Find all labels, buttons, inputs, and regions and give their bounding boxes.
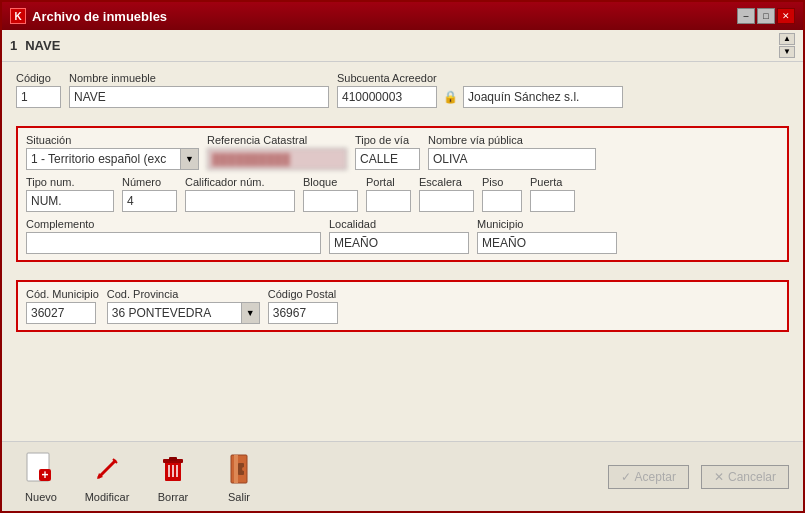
bloque-input[interactable] — [303, 190, 358, 212]
field-numero: Número — [122, 176, 177, 212]
toolbar-right: ✓ Aceptar ✕ Cancelar — [608, 465, 789, 489]
acreedor-input[interactable] — [463, 86, 623, 108]
codigo-postal-label: Código Postal — [268, 288, 338, 300]
calificador-label: Calificador núm. — [185, 176, 295, 188]
ref-catastral-label: Referencia Catastral — [207, 134, 347, 146]
codigo-input[interactable] — [16, 86, 61, 108]
salir-label: Salir — [228, 491, 250, 503]
aceptar-button[interactable]: ✓ Aceptar — [608, 465, 689, 489]
situacion-inner: Situación ▼ Referencia Catastral ███████… — [26, 134, 779, 254]
svg-line-3 — [99, 461, 115, 477]
nombre-label: Nombre inmueble — [69, 72, 329, 84]
nombre-input[interactable] — [69, 86, 329, 108]
field-calificador: Calificador núm. — [185, 176, 295, 212]
cancelar-x-icon: ✕ — [714, 470, 724, 484]
cod-municipio-input[interactable] — [26, 302, 96, 324]
calificador-input[interactable] — [185, 190, 295, 212]
row-codigo: Código Nombre inmueble Subcuenta Acreedo… — [16, 72, 789, 108]
provincia-dropdown-btn[interactable]: ▼ — [242, 302, 260, 324]
bloque-label: Bloque — [303, 176, 358, 188]
nuevo-label: Nuevo — [25, 491, 57, 503]
field-cod-provincia: Cod. Provincia ▼ — [107, 288, 260, 324]
field-subcuenta: Subcuenta Acreedor 🔒 — [337, 72, 623, 108]
scroll-up-button[interactable]: ▲ — [779, 33, 795, 45]
tipo-via-input[interactable] — [355, 148, 420, 170]
modificar-label: Modificar — [85, 491, 130, 503]
municipio-section: Cód. Municipio Cod. Provincia ▼ Código P… — [16, 280, 789, 332]
nuevo-button[interactable]: + Nuevo — [16, 451, 66, 503]
puerta-label: Puerta — [530, 176, 575, 188]
titlebar-left: K Archivo de inmuebles — [10, 8, 167, 24]
tipo-via-label: Tipo de vía — [355, 134, 420, 146]
nombre-via-input[interactable] — [428, 148, 596, 170]
titlebar: K Archivo de inmuebles – □ ✕ — [2, 2, 803, 30]
nombre-via-label: Nombre vía pública — [428, 134, 596, 146]
cancelar-label: Cancelar — [728, 470, 776, 484]
window-title: Archivo de inmuebles — [32, 9, 167, 24]
complemento-label: Complemento — [26, 218, 321, 230]
numero-input[interactable] — [122, 190, 177, 212]
tipo-num-input[interactable] — [26, 190, 114, 212]
ref-catastral-input[interactable]: ██████████ — [207, 148, 347, 170]
codigo-label: Código — [16, 72, 61, 84]
portal-input[interactable] — [366, 190, 411, 212]
numero-label: Número — [122, 176, 177, 188]
lock-icon: 🔒 — [441, 86, 459, 108]
svg-rect-13 — [234, 455, 238, 483]
field-localidad: Localidad — [329, 218, 469, 254]
close-button[interactable]: ✕ — [777, 8, 795, 24]
piso-input[interactable] — [482, 190, 522, 212]
field-tipo-via: Tipo de vía — [355, 134, 420, 170]
field-bloque: Bloque — [303, 176, 358, 212]
field-nombre-via: Nombre vía pública — [428, 134, 596, 170]
nav-bar: 1 NAVE ▲ ▼ — [2, 30, 803, 62]
row-complemento: Complemento Localidad Municipio — [26, 218, 779, 254]
field-piso: Piso — [482, 176, 522, 212]
municipio-input[interactable] — [477, 232, 617, 254]
svg-rect-8 — [169, 457, 177, 461]
field-codigo: Código — [16, 72, 61, 108]
scroll-down-button[interactable]: ▼ — [779, 46, 795, 58]
cod-municipio-label: Cód. Municipio — [26, 288, 99, 300]
row-situacion: Situación ▼ Referencia Catastral ███████… — [26, 134, 779, 170]
portal-label: Portal — [366, 176, 411, 188]
localidad-input[interactable] — [329, 232, 469, 254]
situacion-input[interactable] — [26, 148, 181, 170]
codigo-postal-input[interactable] — [268, 302, 338, 324]
borrar-icon — [155, 451, 191, 487]
cod-provincia-input[interactable] — [107, 302, 242, 324]
municipio-label: Municipio — [477, 218, 617, 230]
field-nombre: Nombre inmueble — [69, 72, 329, 108]
complemento-input[interactable] — [26, 232, 321, 254]
puerta-input[interactable] — [530, 190, 575, 212]
field-situacion: Situación ▼ — [26, 134, 199, 170]
svg-point-15 — [242, 467, 246, 471]
escalera-input[interactable] — [419, 190, 474, 212]
piso-label: Piso — [482, 176, 522, 188]
minimize-button[interactable]: – — [737, 8, 755, 24]
nav-scroll: ▲ ▼ — [779, 33, 795, 58]
modificar-button[interactable]: Modificar — [82, 451, 132, 503]
modificar-icon — [89, 451, 125, 487]
toolbar-left: + Nuevo Modificar — [16, 451, 264, 503]
cancelar-button[interactable]: ✕ Cancelar — [701, 465, 789, 489]
field-cod-municipio: Cód. Municipio — [26, 288, 99, 324]
field-municipio: Municipio — [477, 218, 617, 254]
borrar-button[interactable]: Borrar — [148, 451, 198, 503]
subcuenta-input[interactable] — [337, 86, 437, 108]
cod-provincia-label: Cod. Provincia — [107, 288, 260, 300]
field-codigo-postal: Código Postal — [268, 288, 338, 324]
situacion-dropdown-btn[interactable]: ▼ — [181, 148, 199, 170]
titlebar-buttons: – □ ✕ — [737, 8, 795, 24]
record-number: 1 — [10, 38, 17, 53]
main-window: K Archivo de inmuebles – □ ✕ 1 NAVE ▲ ▼ … — [0, 0, 805, 513]
field-puerta: Puerta — [530, 176, 575, 212]
borrar-label: Borrar — [158, 491, 189, 503]
localidad-label: Localidad — [329, 218, 469, 230]
situacion-label: Situación — [26, 134, 199, 146]
form-content: Código Nombre inmueble Subcuenta Acreedo… — [2, 62, 803, 441]
row-numero: Tipo num. Número Calificador núm. Bloque — [26, 176, 779, 212]
salir-button[interactable]: Salir — [214, 451, 264, 503]
maximize-button[interactable]: □ — [757, 8, 775, 24]
subcuenta-label: Subcuenta Acreedor — [337, 72, 623, 84]
